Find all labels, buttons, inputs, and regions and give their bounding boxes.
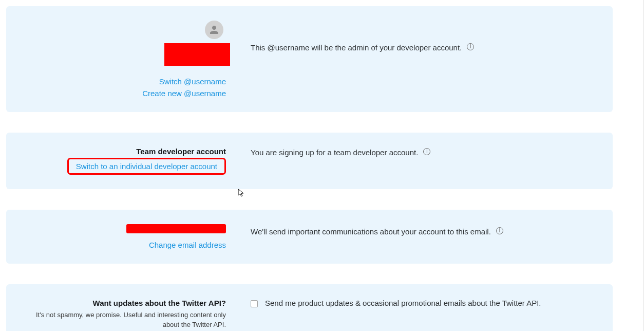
username-section: Switch @username Create new @username Th…: [6, 6, 613, 112]
updates-subtext: It's not spammy, we promise. Useful and …: [21, 310, 226, 330]
email-desc: We'll send important communications abou…: [251, 227, 491, 236]
team-account-section: Team developer account Switch to an indi…: [6, 133, 613, 189]
mouse-cursor-icon: [238, 189, 246, 197]
avatar-icon: [205, 21, 223, 39]
updates-checkbox[interactable]: [251, 300, 258, 307]
email-left: Change email address: [21, 224, 236, 249]
username-redacted: [164, 43, 230, 66]
email-section: Change email address We'll send importan…: [6, 210, 613, 264]
updates-left: Want updates about the Twitter API? It's…: [21, 299, 236, 330]
switch-username-link[interactable]: Switch @username: [21, 77, 226, 86]
username-left: Switch @username Create new @username: [21, 21, 236, 98]
change-email-link[interactable]: Change email address: [21, 241, 226, 249]
updates-heading: Want updates about the Twitter API?: [21, 299, 226, 307]
team-heading: Team developer account: [21, 147, 226, 156]
username-desc-row: This @username will be the admin of your…: [236, 21, 598, 52]
updates-right: Send me product updates & occasional pro…: [236, 299, 598, 307]
team-left: Team developer account Switch to an indi…: [21, 147, 236, 175]
team-desc: You are signing up for a team developer …: [251, 148, 418, 157]
updates-checkbox-label: Send me product updates & occasional pro…: [265, 299, 541, 307]
email-desc-row: We'll send important communications abou…: [236, 224, 598, 236]
avatar-row: [21, 21, 226, 39]
create-username-link[interactable]: Create new @username: [21, 89, 226, 98]
email-redacted: [126, 224, 226, 233]
team-desc-row: You are signing up for a team developer …: [236, 147, 598, 157]
username-desc: This @username will be the admin of your…: [251, 43, 462, 52]
info-icon[interactable]: i: [423, 148, 430, 155]
info-icon[interactable]: i: [496, 227, 503, 234]
switch-individual-link[interactable]: Switch to an individual developer accoun…: [67, 158, 226, 175]
info-icon[interactable]: i: [467, 43, 474, 50]
updates-section: Want updates about the Twitter API? It's…: [6, 284, 613, 331]
